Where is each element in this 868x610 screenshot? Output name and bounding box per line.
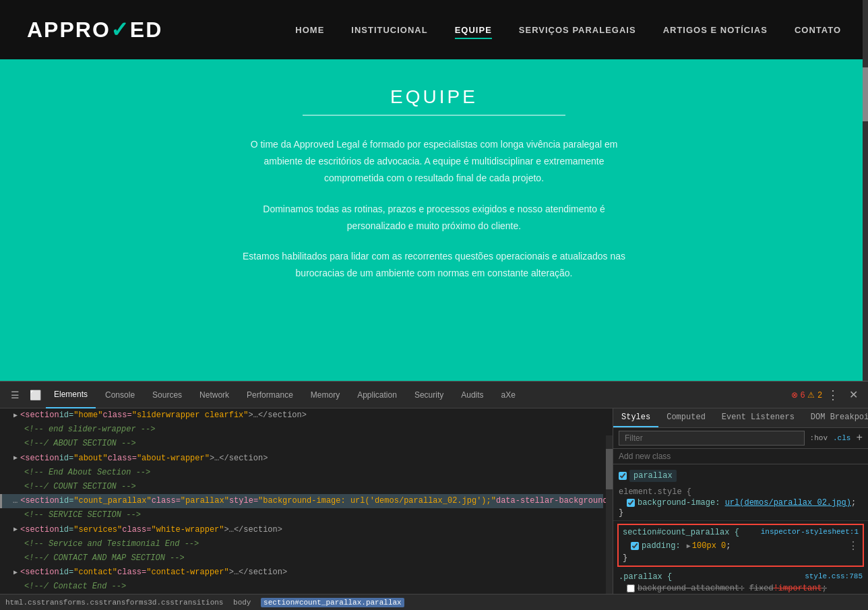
- filter-add-btn[interactable]: +: [856, 432, 863, 444]
- prop-checkbox[interactable]: [631, 542, 639, 550]
- rule-header: section#count_parallax { inspector-style…: [623, 528, 859, 539]
- devtools-breadcrumb: html.csstransforms.csstransforms3d.csstr…: [0, 594, 868, 610]
- add-class-input[interactable]: [619, 452, 863, 461]
- tab-audits[interactable]: Audits: [453, 382, 491, 408]
- styles-tab-styles[interactable]: Styles: [613, 408, 658, 427]
- dom-selected-element[interactable]: … <section id="count_parallax" class="pa…: [0, 494, 603, 508]
- rule-body: padding: ▶ 100px 0; ⋮: [631, 539, 859, 553]
- filter-cls-btn[interactable]: .cls: [833, 434, 850, 442]
- dom-line: <!-- End About Section -->: [0, 466, 603, 480]
- styles-tab-event-listeners[interactable]: Event Listeners: [714, 408, 803, 427]
- rule-source[interactable]: style.css:785: [805, 572, 863, 583]
- prop-row-1: background-attachment: fixed !important;: [627, 584, 863, 593]
- dom-line: <!--/ CONTACT AND MAP SECTION -->: [0, 551, 603, 566]
- prop-checkbox[interactable]: [627, 499, 635, 507]
- nav-item-equipe[interactable]: EQUIPE: [455, 24, 492, 36]
- dom-line: <!-- SERVICE SECTION -->: [0, 508, 603, 522]
- nav-links: HOME INSTITUCIONAL EQUIPE SERVIÇOS PARAL…: [295, 24, 841, 36]
- rule-selector: .parallax {: [619, 572, 672, 582]
- prop-row: background-image: url(demos/parallax_02.…: [627, 498, 863, 508]
- nav-bar: APPRO✓ED HOME INSTITUCIONAL EQUIPE SERVI…: [0, 0, 868, 59]
- devtools-more-button[interactable]: ⋮: [824, 386, 842, 404]
- styles-tab-dom-breakpoints[interactable]: DOM Breakpoints: [803, 408, 868, 427]
- dom-line: ▶ <section id="contact" class="contact-w…: [0, 566, 603, 580]
- tab-security[interactable]: Security: [406, 382, 452, 408]
- class-badge-checkbox[interactable]: [619, 472, 627, 480]
- dom-line: <!--/ COUNT SECTION -->: [0, 480, 603, 494]
- dom-arrow[interactable]: ▶: [13, 568, 18, 578]
- page-content: EQUIPE O time da Approved Legal é formad…: [0, 59, 868, 322]
- nav-item-institucional[interactable]: INSTITUCIONAL: [351, 24, 427, 36]
- error-icon: ⊗: [791, 390, 798, 400]
- dom-line: ▶ <section id="services" class="white-wr…: [0, 523, 603, 537]
- dom-arrow[interactable]: ▶: [13, 524, 18, 535]
- style-rule-element: element.style { background-image: url(de…: [613, 485, 868, 521]
- breadcrumb-sep-1: [226, 599, 230, 607]
- breadcrumb-section[interactable]: section#count_parallax.parallax: [261, 598, 404, 607]
- nav-item-servicos[interactable]: SERVIÇOS PARALEGAIS: [519, 24, 636, 36]
- page-paragraph-2: Dominamos todas as rotinas, prazos e pro…: [239, 201, 629, 235]
- styles-panel: Styles Computed Event Listeners DOM Brea…: [613, 408, 868, 594]
- error-count: 6: [801, 390, 805, 400]
- styles-content: parallax element.style { background-imag…: [613, 464, 868, 594]
- rule-header: .parallax { style.css:785: [619, 572, 863, 583]
- class-badge-name: parallax: [629, 470, 677, 482]
- inspect-element-icon[interactable]: ☰: [5, 386, 24, 404]
- error-badge: ⊗ 6 ⚠ 2: [791, 390, 822, 400]
- styles-tabs: Styles Computed Event Listeners DOM Brea…: [613, 408, 868, 428]
- scrollbar-thumb[interactable]: [863, 67, 868, 121]
- tab-console[interactable]: Console: [97, 382, 143, 408]
- logo-checkmark: ✓: [111, 18, 130, 42]
- style-rule-parallax: .parallax { style.css:785 background-att…: [613, 570, 868, 594]
- tab-memory[interactable]: Memory: [303, 382, 348, 408]
- breadcrumb-html[interactable]: html.csstransforms.csstransforms3d.csstr…: [5, 599, 223, 607]
- nav-logo: APPRO✓ED: [27, 17, 162, 42]
- devtools-toolbar: ☰ ⬜ Elements Console Sources Network Per…: [0, 382, 868, 408]
- breadcrumb-sep-2: [253, 599, 258, 607]
- dom-line: <!--/ Contact End -->: [0, 580, 603, 594]
- tab-performance[interactable]: Performance: [239, 382, 301, 408]
- styles-filter-bar: :hov .cls +: [613, 428, 868, 449]
- style-rule-highlighted: section#count_parallax { inspector-style…: [617, 524, 864, 567]
- nav-item-contato[interactable]: CONTATO: [795, 24, 841, 36]
- page-paragraph-3: Estamos habilitados para lidar com as re…: [239, 248, 629, 282]
- rule-source[interactable]: inspector-stylesheet:1: [761, 528, 859, 539]
- devtools-close-button[interactable]: ✕: [844, 386, 863, 404]
- device-toggle-icon[interactable]: ⬜: [26, 386, 44, 404]
- dom-scrollbar-thumb[interactable]: [606, 449, 613, 489]
- dom-arrow[interactable]: ▶: [13, 410, 18, 421]
- tab-network[interactable]: Network: [191, 382, 237, 408]
- tab-sources[interactable]: Sources: [144, 382, 190, 408]
- dom-line: ▶ <section id="home" class="sliderwrappe…: [0, 408, 603, 423]
- prop-row: padding: ▶ 100px 0; ⋮: [631, 539, 859, 553]
- nav-item-home[interactable]: HOME: [295, 24, 324, 36]
- filter-pseudo-btn[interactable]: :hov: [810, 434, 828, 442]
- tab-elements[interactable]: Elements: [46, 382, 96, 408]
- dom-line: <!-- end slider-wrapper -->: [0, 423, 603, 437]
- devtools-panel: ☰ ⬜ Elements Console Sources Network Per…: [0, 381, 868, 610]
- website-preview: APPRO✓ED HOME INSTITUCIONAL EQUIPE SERVI…: [0, 0, 868, 381]
- breadcrumb-body[interactable]: body: [233, 599, 251, 607]
- rule-selector: element.style {: [619, 487, 863, 497]
- prop-link[interactable]: demos/parallax_02.jpg: [744, 498, 846, 508]
- rule-selector: section#count_parallax {: [623, 528, 739, 537]
- dom-arrow[interactable]: ▶: [13, 453, 18, 464]
- tab-application[interactable]: Application: [349, 382, 405, 408]
- tab-axe[interactable]: aXe: [493, 382, 524, 408]
- devtools-body: ▶ <section id="home" class="sliderwrappe…: [0, 408, 868, 594]
- add-class-bar: [613, 449, 868, 464]
- dom-scrollbar[interactable]: [606, 435, 613, 594]
- page-scrollbar[interactable]: [863, 0, 868, 381]
- title-underline: [303, 115, 565, 116]
- styles-filter-input[interactable]: [619, 431, 805, 446]
- dom-panel[interactable]: ▶ <section id="home" class="sliderwrappe…: [0, 408, 613, 594]
- styles-tab-computed[interactable]: Computed: [658, 408, 714, 427]
- prop-checkbox[interactable]: [627, 584, 635, 592]
- nav-item-artigos[interactable]: ARTIGOS E NOTÍCIAS: [663, 24, 768, 36]
- page-title: EQUIPE: [13, 86, 855, 108]
- warning-count: 2: [817, 390, 822, 400]
- page-paragraph-1: O time da Approved Legal é formado por e…: [239, 136, 629, 187]
- rule-body: background-attachment: fixed !important;…: [627, 584, 863, 594]
- prop-more-button[interactable]: ⋮: [848, 539, 859, 553]
- dom-line: ▶ <section id="about" class="about-wrapp…: [0, 452, 603, 466]
